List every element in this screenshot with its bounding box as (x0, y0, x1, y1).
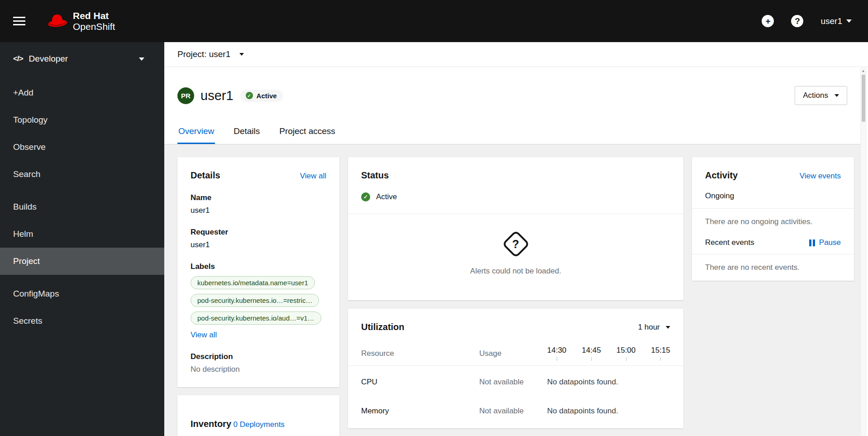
tab-details[interactable]: Details (233, 119, 261, 144)
name-value: user1 (191, 206, 326, 215)
label-chip[interactable]: kubernetes.io/metadata.name=user1 (191, 276, 315, 289)
pause-icon (809, 240, 815, 246)
project-badge: PR (177, 87, 194, 104)
masthead-actions: + ? user1 (762, 15, 852, 27)
caret-down-icon (835, 94, 839, 97)
sidebar-item-secrets[interactable]: Secrets (0, 307, 164, 335)
duration-dropdown[interactable]: 1 hour (638, 323, 670, 332)
perspective-label: Developer (29, 54, 68, 64)
utilization-header-row: Resource Usage 14:30 14:45 (348, 346, 683, 366)
details-view-all-link[interactable]: View all (300, 172, 326, 181)
sidebar-item-configmaps[interactable]: ConfigMaps (0, 280, 164, 307)
nav-toggle-button[interactable] (13, 11, 33, 31)
labels-view-all-link[interactable]: View all (191, 331, 217, 340)
redhat-fedora-icon (47, 13, 68, 29)
name-label: Name (191, 193, 326, 202)
inventory-card: Inventory 0 Deployments (177, 395, 339, 436)
details-card: Details View all Name user1 Requester us… (177, 157, 339, 387)
status-badge: ✓ Active (240, 90, 283, 102)
view-events-link[interactable]: View events (800, 172, 841, 181)
resource-datapoints: No datapoints found. (547, 378, 670, 387)
status-card: Status ✓ Active (348, 157, 683, 300)
tab-project-access[interactable]: Project access (278, 119, 336, 144)
resource-usage: Not available (479, 407, 547, 416)
user-menu[interactable]: user1 (820, 16, 852, 26)
plus-circle-icon: + (765, 16, 770, 26)
inventory-card-title: Inventory (191, 419, 231, 429)
hamburger-icon (13, 20, 25, 22)
project-selector[interactable]: Project: user1 (177, 49, 244, 59)
project-bar: Project: user1 (164, 42, 868, 67)
activity-card-title: Activity (705, 170, 738, 181)
help-button[interactable]: ? (791, 15, 803, 27)
utilization-row-memory: Memory Not available No datapoints found… (348, 395, 683, 424)
deployments-link[interactable]: 0 Deployments (233, 420, 284, 429)
sidebar: </> Developer +Add Topology Observe Sear… (0, 42, 164, 436)
user-menu-label: user1 (820, 16, 842, 26)
brand-line2: OpenShift (73, 21, 115, 32)
tick-mark (626, 357, 626, 361)
tab-overview[interactable]: Overview (177, 119, 215, 144)
sidebar-item-builds[interactable]: Builds (0, 193, 164, 220)
label-chip[interactable]: pod-security.kubernetes.io/aud…=v1… (191, 311, 321, 325)
tab-bar: Overview Details Project access (164, 119, 860, 144)
resource-usage: Not available (479, 378, 547, 387)
check-circle-icon: ✓ (361, 192, 370, 201)
recent-events-label: Recent events (705, 238, 754, 247)
brand-line1: Red Hat (73, 10, 115, 21)
sidebar-item-observe[interactable]: Observe (0, 134, 164, 161)
requester-label: Requester (191, 228, 326, 237)
sidebar-item-topology[interactable]: Topology (0, 106, 164, 134)
description-value: No description (191, 365, 326, 374)
description-label: Description (191, 352, 326, 361)
right-column: Activity View events Ongoing There are n… (692, 157, 854, 436)
quick-create-button[interactable]: + (762, 15, 774, 27)
label-chip[interactable]: pod-security.kubernetes.io…=restric… (191, 294, 319, 307)
project-selector-label: Project: user1 (177, 49, 230, 59)
sidebar-item-search[interactable]: Search (0, 161, 164, 188)
sidebar-item-add[interactable]: +Add (0, 79, 164, 106)
pause-button[interactable]: Pause (809, 238, 841, 247)
sidebar-group-gap (0, 275, 164, 280)
perspective-switcher[interactable]: </> Developer (0, 42, 164, 74)
app-body: </> Developer +Add Topology Observe Sear… (0, 42, 868, 436)
details-card-title: Details (191, 170, 220, 181)
labels-label: Labels (191, 262, 326, 271)
resource-name: CPU (361, 378, 479, 387)
brand-text: Red Hat OpenShift (73, 10, 115, 32)
tick-mark (591, 357, 591, 361)
scroll-region: PR user1 ✓ Active Actions Overv (164, 67, 868, 436)
recent-empty-text: There are no recent events. (692, 254, 854, 281)
status-value: Active (376, 192, 397, 201)
utilization-card-title: Utilization (361, 322, 405, 332)
scrollbar[interactable]: ▲ (860, 67, 866, 436)
tick-mark (557, 357, 557, 361)
time-tick: 14:45 (582, 346, 601, 361)
resource-datapoints: No datapoints found. (547, 407, 670, 416)
scroll-up-arrow-icon[interactable]: ▲ (861, 69, 866, 73)
activity-card: Activity View events Ongoing There are n… (692, 157, 854, 281)
resource-name: Memory (361, 407, 479, 416)
status-card-title: Status (361, 170, 389, 180)
caret-down-icon (846, 19, 852, 23)
duration-dropdown-label: 1 hour (638, 323, 660, 332)
utilization-row-cpu: CPU Not available No datapoints found. (348, 366, 683, 395)
redhat-openshift-logo: Red Hat OpenShift (47, 10, 115, 32)
page-title: user1 (200, 88, 234, 103)
actions-dropdown[interactable]: Actions (795, 86, 847, 105)
pause-button-label: Pause (819, 238, 841, 247)
alert-unknown-icon: ? (501, 230, 529, 258)
ongoing-empty-text: There are no ongoing activities. (692, 209, 854, 235)
sidebar-item-project[interactable]: Project (0, 248, 164, 275)
sidebar-item-helm[interactable]: Helm (0, 220, 164, 248)
sidebar-nav: +Add Topology Observe Search Builds Helm… (0, 74, 164, 335)
caret-down-icon (139, 57, 144, 61)
labels-list: kubernetes.io/metadata.name=user1 pod-se… (191, 276, 326, 325)
left-column: Details View all Name user1 Requester us… (177, 157, 339, 436)
scrollbar-thumb[interactable] (862, 75, 865, 122)
app: Red Hat OpenShift + ? user1 </> Develope… (0, 0, 868, 436)
time-tick: 15:15 (651, 346, 670, 361)
recent-events-row: Recent events Pause (692, 235, 854, 254)
page-header: PR user1 ✓ Active Actions (164, 67, 860, 119)
sidebar-group-gap (0, 188, 164, 193)
